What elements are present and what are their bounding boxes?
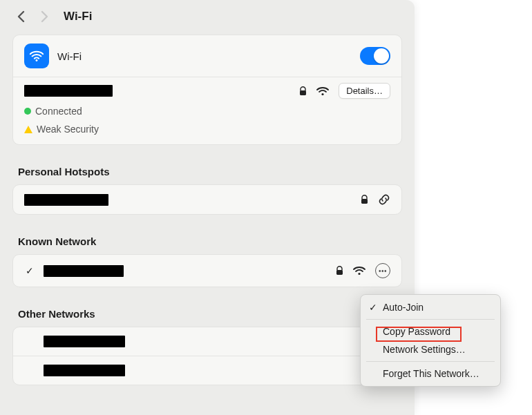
status-connected: Connected — [24, 106, 390, 117]
list-item[interactable] — [13, 356, 401, 385]
section-personal-hotspots: Personal Hotspots — [18, 166, 401, 177]
wifi-label: Wi-Fi — [57, 50, 360, 62]
menu-auto-join-label: Auto-Join — [383, 302, 424, 313]
svg-point-2 — [322, 93, 324, 95]
menu-separator — [366, 319, 495, 320]
other-network-name-redacted — [44, 336, 125, 347]
lock-icon — [299, 86, 307, 96]
status-weak-security: Weak Security — [24, 124, 390, 135]
current-network: Details… Connected Weak Security — [13, 77, 401, 144]
status-weak-security-label: Weak Security — [37, 124, 99, 135]
wifi-app-icon — [24, 44, 49, 68]
lock-icon — [361, 195, 368, 204]
wifi-settings-panel: Wi-Fi Wi-Fi — [0, 0, 415, 415]
other-network-name-redacted — [44, 365, 125, 376]
wifi-header-row: Wi-Fi — [13, 35, 401, 77]
forward-button[interactable] — [37, 10, 51, 23]
checkmark-icon: ✓ — [24, 265, 35, 276]
warning-icon — [24, 126, 32, 133]
page-title: Wi-Fi — [64, 10, 92, 23]
more-options-button[interactable]: ••• — [375, 263, 390, 278]
lock-icon — [336, 266, 343, 276]
list-item[interactable] — [13, 327, 401, 356]
svg-rect-3 — [361, 199, 368, 204]
status-connected-label: Connected — [35, 106, 82, 117]
chevron-right-icon — [41, 10, 48, 23]
svg-point-0 — [36, 59, 38, 61]
details-button[interactable]: Details… — [339, 83, 390, 99]
list-item[interactable]: ✓ ••• — [13, 255, 401, 287]
wifi-signal-icon — [316, 86, 329, 96]
svg-point-5 — [358, 273, 360, 275]
menu-copy-password-label: Copy Password — [383, 326, 450, 337]
hotspot-link-icon — [378, 193, 390, 206]
wifi-toggle[interactable] — [360, 47, 390, 65]
menu-copy-password[interactable]: Copy Password — [361, 322, 500, 340]
chevron-left-icon — [17, 10, 25, 23]
section-other-networks: Other Networks — [18, 308, 401, 320]
menu-forget-network[interactable]: Forget This Network… — [361, 365, 500, 383]
svg-rect-4 — [336, 270, 343, 275]
other-networks-list — [12, 327, 402, 385]
svg-rect-1 — [300, 90, 306, 95]
back-button[interactable] — [14, 10, 28, 23]
list-item[interactable] — [13, 185, 401, 214]
known-network-list: ✓ ••• — [12, 254, 402, 287]
menu-separator — [366, 361, 495, 362]
checkmark-icon: ✓ — [368, 302, 379, 313]
personal-hotspots-list — [12, 184, 402, 215]
menu-auto-join[interactable]: ✓ Auto-Join — [361, 298, 500, 316]
menu-forget-network-label: Forget This Network… — [383, 368, 479, 379]
menu-network-settings-label: Network Settings… — [383, 344, 466, 355]
current-network-name-redacted — [24, 85, 113, 97]
wifi-signal-icon — [353, 266, 365, 276]
hotspot-name-redacted — [24, 194, 108, 206]
header: Wi-Fi — [0, 0, 415, 35]
known-network-name-redacted — [44, 265, 124, 277]
network-context-menu: ✓ Auto-Join Copy Password Network Settin… — [360, 294, 501, 387]
wifi-card: Wi-Fi Details… Connected — [12, 35, 402, 145]
wifi-icon — [29, 48, 44, 64]
section-known-network: Known Network — [18, 235, 401, 247]
menu-network-settings[interactable]: Network Settings… — [361, 340, 500, 358]
connected-dot-icon — [24, 108, 31, 115]
